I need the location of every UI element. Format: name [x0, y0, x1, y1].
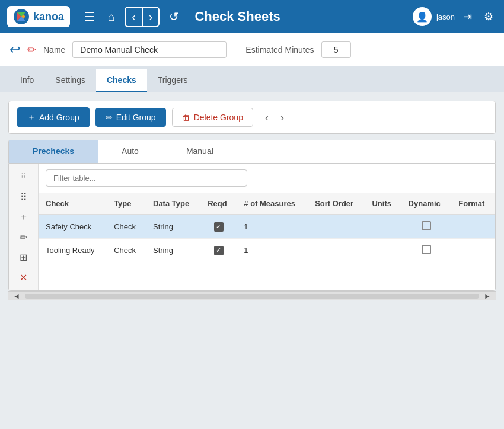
- menu-button[interactable]: ☰: [81, 7, 98, 26]
- cell-dynamic[interactable]: [401, 239, 452, 262]
- group-tab-manual[interactable]: Manual: [162, 140, 237, 163]
- cell-measures: 1: [237, 214, 308, 239]
- user-name: jason: [436, 12, 455, 21]
- cell-check: Safety Check: [39, 214, 107, 239]
- checks-table: Check Type Data Type Reqd # of Measures …: [39, 193, 495, 262]
- cell-check: Tooling Ready: [39, 239, 107, 262]
- cell-sort-order: [308, 239, 365, 262]
- cell-units: [365, 214, 401, 239]
- logo-text: kanoa: [33, 11, 64, 23]
- tab-checks[interactable]: Checks: [96, 69, 147, 92]
- reqd-checkbox[interactable]: ✓: [214, 222, 224, 232]
- cell-dynamic[interactable]: [401, 214, 452, 239]
- home-icon: ⌂: [108, 10, 115, 24]
- copy-tool[interactable]: ⊞: [15, 249, 32, 265]
- sidebar-drag-handle[interactable]: ⠿: [19, 168, 28, 185]
- edit-group-label: Edit Group: [116, 113, 156, 122]
- name-input[interactable]: [72, 41, 227, 58]
- top-navigation: kanoa ☰ ⌂ ‹ › ↺ Check Sheets 👤 jason ⇥ ⚙: [0, 0, 504, 33]
- tab-info[interactable]: Info: [9, 69, 44, 92]
- name-label: Name: [43, 45, 65, 55]
- col-reqd: Reqd: [200, 193, 237, 214]
- settings-button[interactable]: ⚙: [480, 8, 497, 25]
- cell-data-type: String: [146, 239, 200, 262]
- group-prev-button[interactable]: ‹: [261, 110, 272, 125]
- add-group-button[interactable]: ＋ Add Group: [17, 107, 90, 127]
- delete-icon: 🗑: [182, 113, 190, 122]
- cell-format: [451, 239, 495, 262]
- logo: kanoa: [7, 6, 70, 27]
- col-format: Format: [451, 193, 495, 214]
- tab-triggers[interactable]: Triggers: [147, 69, 199, 92]
- group-tabs: Prechecks Auto Manual: [8, 140, 496, 163]
- col-units: Units: [365, 193, 401, 214]
- add-tool[interactable]: ＋: [15, 209, 32, 225]
- cell-measures: 1: [237, 239, 308, 262]
- delete-group-button[interactable]: 🗑 Delete Group: [172, 108, 253, 127]
- group-next-button[interactable]: ›: [277, 110, 288, 125]
- group-tab-prechecks[interactable]: Prechecks: [9, 140, 98, 163]
- cell-reqd[interactable]: ✓: [200, 239, 237, 262]
- table-container: ⠿ ⠿ ＋ ✏ ⊞ ✕ Check Type Data Type Reqd # …: [8, 163, 496, 291]
- col-measures: # of Measures: [237, 193, 308, 214]
- edit-pencil-icon: ✏: [27, 43, 36, 56]
- filter-input[interactable]: [46, 169, 247, 187]
- dynamic-checkbox[interactable]: [422, 245, 431, 254]
- table-row[interactable]: Tooling Ready Check String ✓ 1: [39, 239, 495, 262]
- avatar: 👤: [413, 7, 432, 26]
- group-arrow-nav: ‹ ›: [261, 110, 288, 125]
- back-icon[interactable]: ↩: [9, 42, 20, 57]
- reqd-checkbox[interactable]: ✓: [214, 246, 224, 255]
- group-toolbar: ＋ Add Group ✏ Edit Group 🗑 Delete Group …: [8, 101, 496, 134]
- scroll-track[interactable]: [25, 294, 479, 299]
- left-sidebar: ⠿ ⠿ ＋ ✏ ⊞ ✕: [9, 164, 39, 290]
- table-main: Check Type Data Type Reqd # of Measures …: [39, 164, 495, 290]
- delete-tool[interactable]: ✕: [15, 269, 32, 286]
- menu-icon: ☰: [84, 9, 95, 24]
- logout-button[interactable]: ⇥: [460, 8, 476, 25]
- horizontal-scrollbar[interactable]: ◄ ►: [8, 291, 496, 300]
- kanoa-logo-icon: [13, 8, 30, 25]
- home-button[interactable]: ⌂: [104, 8, 119, 26]
- add-group-label: Add Group: [39, 113, 79, 122]
- cell-format: [451, 214, 495, 239]
- tab-settings[interactable]: Settings: [44, 69, 96, 92]
- grid-tool[interactable]: ⠿: [15, 188, 32, 205]
- cell-type: Check: [107, 239, 146, 262]
- scroll-left-button[interactable]: ◄: [11, 292, 23, 300]
- col-check: Check: [39, 193, 107, 214]
- page-title: Check Sheets: [194, 9, 406, 24]
- col-type: Type: [107, 193, 146, 214]
- form-row: ↩ ✏ Name Estimated Minutes: [0, 33, 504, 66]
- edit-icon: ✏: [106, 113, 113, 122]
- estimated-minutes-input[interactable]: [321, 41, 351, 58]
- scroll-right-button[interactable]: ►: [481, 292, 493, 300]
- col-dynamic: Dynamic: [401, 193, 452, 214]
- add-icon: ＋: [27, 112, 36, 123]
- cell-data-type: String: [146, 214, 200, 239]
- edit-group-button[interactable]: ✏ Edit Group: [95, 108, 166, 127]
- history-button[interactable]: ↺: [165, 7, 183, 26]
- cell-reqd[interactable]: ✓: [200, 214, 237, 239]
- col-sort-order: Sort Order: [308, 193, 365, 214]
- forward-nav-button[interactable]: ›: [143, 8, 159, 26]
- edit-tool[interactable]: ✏: [15, 229, 32, 245]
- nav-arrows: ‹ ›: [125, 7, 160, 27]
- col-data-type: Data Type: [146, 193, 200, 214]
- filter-row: [39, 164, 495, 193]
- user-icon: 👤: [416, 11, 428, 23]
- delete-group-label: Delete Group: [194, 113, 243, 122]
- user-area: 👤 jason ⇥ ⚙: [413, 7, 497, 26]
- dynamic-checkbox[interactable]: [422, 221, 431, 230]
- group-tab-auto[interactable]: Auto: [98, 140, 162, 163]
- estimated-minutes-label: Estimated Minutes: [245, 45, 314, 55]
- back-nav-button[interactable]: ‹: [126, 8, 143, 26]
- content-area: ＋ Add Group ✏ Edit Group 🗑 Delete Group …: [0, 92, 504, 309]
- cell-units: [365, 239, 401, 262]
- main-tabs: Info Settings Checks Triggers: [0, 66, 504, 92]
- table-row[interactable]: Safety Check Check String ✓ 1: [39, 214, 495, 239]
- cell-sort-order: [308, 214, 365, 239]
- cell-type: Check: [107, 214, 146, 239]
- table-header-row: Check Type Data Type Reqd # of Measures …: [39, 193, 495, 214]
- history-icon: ↺: [169, 9, 179, 24]
